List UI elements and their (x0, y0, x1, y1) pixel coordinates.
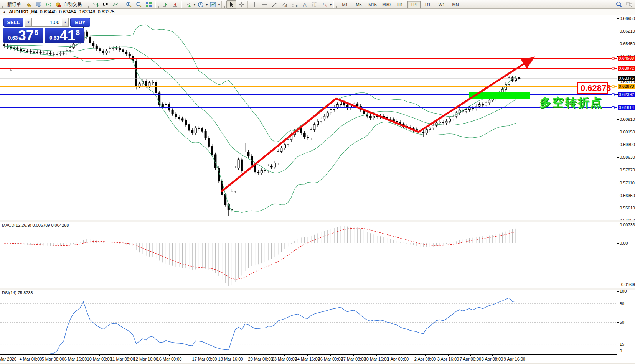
sell-button[interactable]: SELL (3, 18, 23, 27)
toolbar-grip[interactable] (336, 2, 337, 8)
turning-point-label[interactable]: 多空转折点 (539, 96, 603, 109)
market-watch-icon[interactable] (24, 0, 34, 9)
chart-title-bar: ▲ AUDUSD-,H4 0.63440 0.63464 0.63348 0.6… (0, 9, 635, 15)
timeframe-h4[interactable]: H4 (407, 1, 421, 8)
chat-bubbles-icon (625, 1, 632, 8)
arrows-dropdown-icon[interactable]: ▾ (330, 3, 332, 7)
candle-body (277, 151, 279, 163)
candle-body (195, 128, 196, 133)
timeframe-w1[interactable]: W1 (435, 1, 448, 8)
main-chart-plot[interactable]: 0.62873多空转折点多空转折点 (0, 15, 617, 220)
candle-body (449, 119, 451, 121)
crosshair-icon (238, 1, 245, 8)
candle-body (310, 130, 312, 138)
price-tick-label: 0.57870 (620, 168, 635, 172)
line-style-button[interactable] (111, 0, 120, 9)
toolbar-grip[interactable] (224, 2, 225, 8)
buy-button[interactable]: BUY (70, 18, 90, 27)
timeframe-m5[interactable]: M5 (352, 1, 365, 8)
candle-body (482, 105, 484, 105)
fibonacci-tool[interactable]: F (290, 0, 300, 9)
toolbar-grip[interactable] (2, 2, 3, 8)
trendline-tool[interactable] (270, 0, 280, 9)
candle-body (49, 53, 51, 54)
indicators-dropdown-icon[interactable]: ▾ (194, 3, 195, 7)
zoom-out-button[interactable] (134, 0, 144, 9)
text-label-tool[interactable]: T (310, 0, 320, 9)
time-tick-label: 20 Mar 00:00 (248, 357, 273, 361)
ohlc-low: 0.63348 (79, 9, 95, 15)
expert-advisors-icon[interactable] (34, 0, 44, 9)
level-anchor-square[interactable] (612, 94, 614, 96)
auto-scroll-button[interactable] (160, 0, 170, 9)
toolbar-grip[interactable] (88, 2, 89, 8)
volume-input[interactable]: 1.00 (32, 18, 62, 27)
pane-separator[interactable] (0, 220, 635, 222)
templates-dropdown-icon[interactable]: ▾ (218, 3, 220, 7)
macd-axis-label: 0.007363 (620, 222, 635, 227)
time-tick-label: 18 Mar 16:00 (218, 357, 243, 361)
timeframe-h1[interactable]: H1 (394, 1, 407, 8)
price-axis[interactable]: 0.669500.662100.654500.646900.639300.631… (617, 15, 635, 354)
periods-dropdown-icon[interactable]: ▾ (206, 3, 208, 7)
candle-body (69, 48, 71, 50)
volume-increase-button[interactable]: ▲ (62, 18, 69, 27)
timeframe-d1[interactable]: D1 (421, 1, 434, 8)
timeframe-m30[interactable]: M30 (380, 1, 393, 8)
level-anchor-square[interactable] (612, 57, 614, 59)
candle-body (442, 122, 444, 123)
candle-body (432, 125, 434, 128)
candle-body (148, 83, 150, 86)
sell-price-display[interactable]: 0.63375 (3, 28, 43, 43)
rsi-pane-plot[interactable] (0, 289, 617, 354)
price-tick-label: 0.55610 (620, 206, 635, 210)
toolbar-grip[interactable] (158, 2, 159, 8)
rsi-tick-mark (617, 304, 619, 304)
timeframe-m1[interactable]: M1 (338, 1, 351, 8)
time-axis[interactable]: 2 Mar 20204 Mar 00:005 Mar 08:006 Mar 16… (0, 354, 617, 363)
autotrading-button[interactable]: 自动交易 (54, 0, 84, 9)
text-tool[interactable]: A (300, 0, 310, 9)
candle-body (244, 152, 246, 171)
horizontal-line-tool[interactable] (260, 0, 270, 9)
periods-button[interactable] (196, 0, 206, 9)
indicators-button[interactable] (183, 0, 193, 9)
vertical-line-tool[interactable] (250, 0, 260, 9)
chart-shift-button[interactable] (170, 0, 180, 9)
level-anchor-square[interactable] (612, 67, 614, 69)
candle-body (165, 105, 167, 107)
bars-style-icon (92, 1, 99, 8)
level-anchor-square[interactable] (612, 107, 614, 109)
svg-text:T: T (314, 3, 316, 7)
price-tick-mark (617, 183, 619, 183)
volume-decrease-button[interactable]: ▼ (25, 18, 32, 27)
pane-separator[interactable] (0, 288, 635, 290)
templates-button[interactable] (208, 0, 218, 9)
chat-button[interactable] (624, 0, 634, 9)
candle-body (317, 121, 319, 125)
signals-icon-button[interactable] (44, 0, 54, 9)
rsi-tick-mark (617, 291, 619, 292)
timeframe-m15[interactable]: M15 (366, 1, 379, 8)
clock-icon (197, 1, 204, 8)
arrows-tool[interactable] (320, 0, 330, 9)
svg-text:A: A (303, 2, 307, 8)
buy-price-display[interactable]: 0.63418 (45, 28, 84, 43)
level-anchor-square[interactable] (612, 86, 614, 88)
cursor-tool-button[interactable] (226, 0, 236, 9)
bar-chart-style-button[interactable] (91, 0, 101, 9)
text-label-icon: T (311, 1, 318, 8)
tile-windows-button[interactable] (144, 0, 154, 9)
candlestick-style-button[interactable] (101, 0, 111, 9)
collapse-panel-icon[interactable]: ▲ (3, 10, 6, 14)
candle-body (323, 116, 325, 119)
search-button[interactable] (614, 0, 624, 9)
new-order-button[interactable]: 新订单 (5, 0, 24, 9)
crosshair-tool-button[interactable] (236, 0, 246, 9)
macd-pane-plot[interactable] (0, 222, 617, 288)
candle-body (43, 53, 45, 53)
timeframe-mn[interactable]: MN (449, 1, 462, 8)
equidistant-channel-tool[interactable]: E (280, 0, 290, 9)
zoom-in-button[interactable] (124, 0, 134, 9)
bollinger-band-mid (4, 46, 516, 173)
